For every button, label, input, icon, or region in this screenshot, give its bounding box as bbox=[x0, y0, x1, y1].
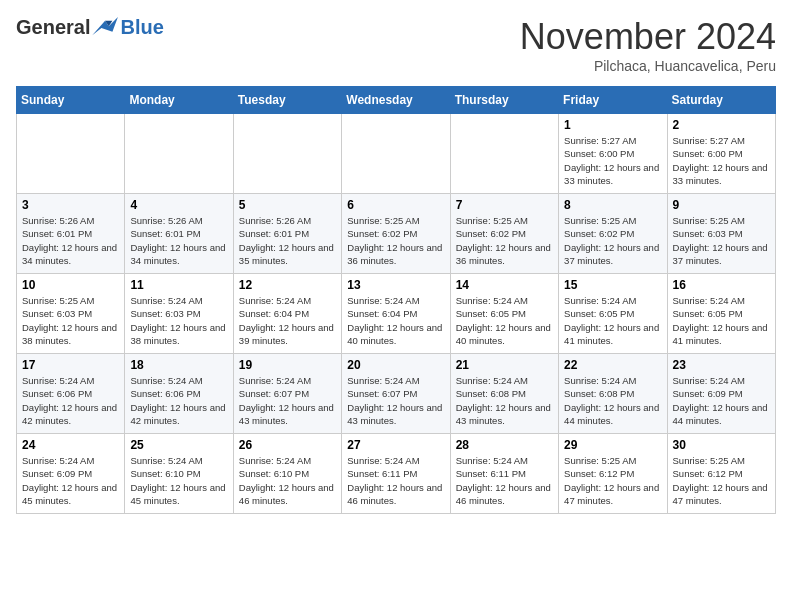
logo-blue-text: Blue bbox=[120, 16, 163, 39]
calendar-day-cell: 12Sunrise: 5:24 AM Sunset: 6:04 PM Dayli… bbox=[233, 274, 341, 354]
day-info: Sunrise: 5:24 AM Sunset: 6:05 PM Dayligh… bbox=[564, 294, 661, 347]
calendar-day-cell: 1Sunrise: 5:27 AM Sunset: 6:00 PM Daylig… bbox=[559, 114, 667, 194]
calendar-day-cell: 11Sunrise: 5:24 AM Sunset: 6:03 PM Dayli… bbox=[125, 274, 233, 354]
calendar-day-cell: 20Sunrise: 5:24 AM Sunset: 6:07 PM Dayli… bbox=[342, 354, 450, 434]
calendar-day-cell: 7Sunrise: 5:25 AM Sunset: 6:02 PM Daylig… bbox=[450, 194, 558, 274]
calendar-day-cell: 16Sunrise: 5:24 AM Sunset: 6:05 PM Dayli… bbox=[667, 274, 775, 354]
day-number: 10 bbox=[22, 278, 119, 292]
day-number: 16 bbox=[673, 278, 770, 292]
logo: General Blue bbox=[16, 16, 164, 39]
calendar-day-cell: 15Sunrise: 5:24 AM Sunset: 6:05 PM Dayli… bbox=[559, 274, 667, 354]
page-header: General Blue November 2024 Pilchaca, Hua… bbox=[16, 16, 776, 74]
day-info: Sunrise: 5:26 AM Sunset: 6:01 PM Dayligh… bbox=[22, 214, 119, 267]
day-number: 2 bbox=[673, 118, 770, 132]
day-info: Sunrise: 5:24 AM Sunset: 6:09 PM Dayligh… bbox=[673, 374, 770, 427]
day-number: 26 bbox=[239, 438, 336, 452]
calendar-week-row: 24Sunrise: 5:24 AM Sunset: 6:09 PM Dayli… bbox=[17, 434, 776, 514]
calendar-day-cell bbox=[17, 114, 125, 194]
day-info: Sunrise: 5:25 AM Sunset: 6:12 PM Dayligh… bbox=[673, 454, 770, 507]
calendar-week-row: 3Sunrise: 5:26 AM Sunset: 6:01 PM Daylig… bbox=[17, 194, 776, 274]
day-info: Sunrise: 5:26 AM Sunset: 6:01 PM Dayligh… bbox=[130, 214, 227, 267]
day-info: Sunrise: 5:25 AM Sunset: 6:02 PM Dayligh… bbox=[564, 214, 661, 267]
day-number: 17 bbox=[22, 358, 119, 372]
day-info: Sunrise: 5:24 AM Sunset: 6:10 PM Dayligh… bbox=[239, 454, 336, 507]
calendar-day-cell bbox=[342, 114, 450, 194]
calendar-day-cell: 8Sunrise: 5:25 AM Sunset: 6:02 PM Daylig… bbox=[559, 194, 667, 274]
day-info: Sunrise: 5:25 AM Sunset: 6:12 PM Dayligh… bbox=[564, 454, 661, 507]
day-number: 22 bbox=[564, 358, 661, 372]
day-info: Sunrise: 5:24 AM Sunset: 6:11 PM Dayligh… bbox=[347, 454, 444, 507]
calendar-day-cell: 9Sunrise: 5:25 AM Sunset: 6:03 PM Daylig… bbox=[667, 194, 775, 274]
day-info: Sunrise: 5:24 AM Sunset: 6:07 PM Dayligh… bbox=[347, 374, 444, 427]
day-number: 29 bbox=[564, 438, 661, 452]
day-info: Sunrise: 5:24 AM Sunset: 6:11 PM Dayligh… bbox=[456, 454, 553, 507]
calendar-week-row: 10Sunrise: 5:25 AM Sunset: 6:03 PM Dayli… bbox=[17, 274, 776, 354]
day-number: 24 bbox=[22, 438, 119, 452]
day-number: 27 bbox=[347, 438, 444, 452]
day-info: Sunrise: 5:24 AM Sunset: 6:09 PM Dayligh… bbox=[22, 454, 119, 507]
day-number: 12 bbox=[239, 278, 336, 292]
calendar-day-cell: 21Sunrise: 5:24 AM Sunset: 6:08 PM Dayli… bbox=[450, 354, 558, 434]
day-info: Sunrise: 5:24 AM Sunset: 6:06 PM Dayligh… bbox=[130, 374, 227, 427]
day-number: 14 bbox=[456, 278, 553, 292]
calendar-table: SundayMondayTuesdayWednesdayThursdayFrid… bbox=[16, 86, 776, 514]
calendar-day-cell bbox=[125, 114, 233, 194]
day-info: Sunrise: 5:27 AM Sunset: 6:00 PM Dayligh… bbox=[673, 134, 770, 187]
day-info: Sunrise: 5:27 AM Sunset: 6:00 PM Dayligh… bbox=[564, 134, 661, 187]
day-of-week-header: Monday bbox=[125, 87, 233, 114]
day-number: 1 bbox=[564, 118, 661, 132]
day-number: 28 bbox=[456, 438, 553, 452]
calendar-day-cell: 6Sunrise: 5:25 AM Sunset: 6:02 PM Daylig… bbox=[342, 194, 450, 274]
calendar-day-cell: 30Sunrise: 5:25 AM Sunset: 6:12 PM Dayli… bbox=[667, 434, 775, 514]
day-number: 7 bbox=[456, 198, 553, 212]
day-number: 4 bbox=[130, 198, 227, 212]
calendar-day-cell bbox=[450, 114, 558, 194]
day-number: 9 bbox=[673, 198, 770, 212]
calendar-day-cell: 24Sunrise: 5:24 AM Sunset: 6:09 PM Dayli… bbox=[17, 434, 125, 514]
calendar-day-cell: 27Sunrise: 5:24 AM Sunset: 6:11 PM Dayli… bbox=[342, 434, 450, 514]
day-number: 18 bbox=[130, 358, 227, 372]
day-number: 5 bbox=[239, 198, 336, 212]
svg-marker-0 bbox=[93, 17, 119, 35]
day-of-week-header: Friday bbox=[559, 87, 667, 114]
day-info: Sunrise: 5:25 AM Sunset: 6:03 PM Dayligh… bbox=[22, 294, 119, 347]
day-number: 3 bbox=[22, 198, 119, 212]
calendar-week-row: 1Sunrise: 5:27 AM Sunset: 6:00 PM Daylig… bbox=[17, 114, 776, 194]
day-number: 19 bbox=[239, 358, 336, 372]
day-of-week-header: Wednesday bbox=[342, 87, 450, 114]
day-info: Sunrise: 5:24 AM Sunset: 6:08 PM Dayligh… bbox=[456, 374, 553, 427]
calendar-day-cell: 10Sunrise: 5:25 AM Sunset: 6:03 PM Dayli… bbox=[17, 274, 125, 354]
calendar-day-cell: 5Sunrise: 5:26 AM Sunset: 6:01 PM Daylig… bbox=[233, 194, 341, 274]
day-info: Sunrise: 5:25 AM Sunset: 6:02 PM Dayligh… bbox=[347, 214, 444, 267]
day-number: 8 bbox=[564, 198, 661, 212]
calendar-day-cell: 28Sunrise: 5:24 AM Sunset: 6:11 PM Dayli… bbox=[450, 434, 558, 514]
day-number: 23 bbox=[673, 358, 770, 372]
day-of-week-header: Saturday bbox=[667, 87, 775, 114]
day-info: Sunrise: 5:24 AM Sunset: 6:03 PM Dayligh… bbox=[130, 294, 227, 347]
calendar-week-row: 17Sunrise: 5:24 AM Sunset: 6:06 PM Dayli… bbox=[17, 354, 776, 434]
day-info: Sunrise: 5:25 AM Sunset: 6:03 PM Dayligh… bbox=[673, 214, 770, 267]
day-number: 20 bbox=[347, 358, 444, 372]
day-of-week-header: Thursday bbox=[450, 87, 558, 114]
calendar-day-cell: 2Sunrise: 5:27 AM Sunset: 6:00 PM Daylig… bbox=[667, 114, 775, 194]
calendar-day-cell: 23Sunrise: 5:24 AM Sunset: 6:09 PM Dayli… bbox=[667, 354, 775, 434]
day-info: Sunrise: 5:24 AM Sunset: 6:06 PM Dayligh… bbox=[22, 374, 119, 427]
logo-general-text: General bbox=[16, 16, 90, 39]
calendar-day-cell bbox=[233, 114, 341, 194]
calendar-day-cell: 29Sunrise: 5:25 AM Sunset: 6:12 PM Dayli… bbox=[559, 434, 667, 514]
day-info: Sunrise: 5:26 AM Sunset: 6:01 PM Dayligh… bbox=[239, 214, 336, 267]
logo-bird-icon bbox=[92, 17, 120, 39]
day-number: 6 bbox=[347, 198, 444, 212]
calendar-day-cell: 26Sunrise: 5:24 AM Sunset: 6:10 PM Dayli… bbox=[233, 434, 341, 514]
calendar-day-cell: 22Sunrise: 5:24 AM Sunset: 6:08 PM Dayli… bbox=[559, 354, 667, 434]
day-info: Sunrise: 5:24 AM Sunset: 6:04 PM Dayligh… bbox=[239, 294, 336, 347]
day-number: 13 bbox=[347, 278, 444, 292]
day-of-week-header: Sunday bbox=[17, 87, 125, 114]
day-info: Sunrise: 5:24 AM Sunset: 6:10 PM Dayligh… bbox=[130, 454, 227, 507]
day-info: Sunrise: 5:24 AM Sunset: 6:04 PM Dayligh… bbox=[347, 294, 444, 347]
day-number: 30 bbox=[673, 438, 770, 452]
day-info: Sunrise: 5:24 AM Sunset: 6:07 PM Dayligh… bbox=[239, 374, 336, 427]
day-info: Sunrise: 5:24 AM Sunset: 6:05 PM Dayligh… bbox=[673, 294, 770, 347]
day-number: 11 bbox=[130, 278, 227, 292]
calendar-day-cell: 14Sunrise: 5:24 AM Sunset: 6:05 PM Dayli… bbox=[450, 274, 558, 354]
